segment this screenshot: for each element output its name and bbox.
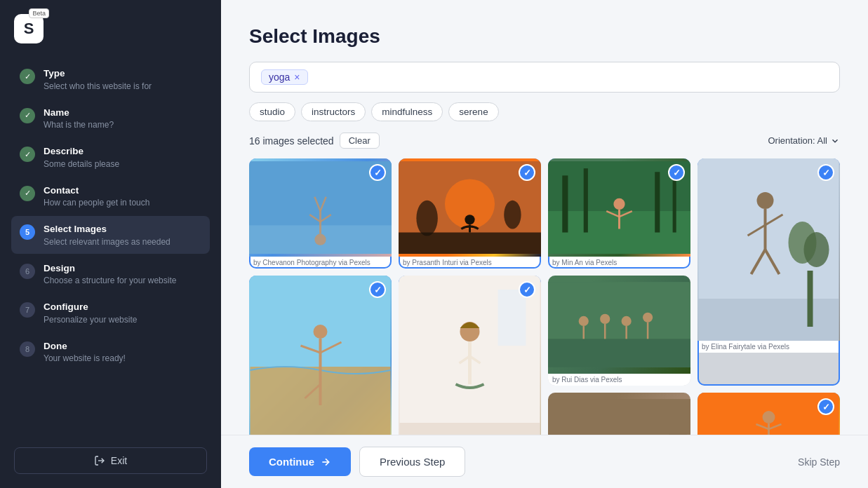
image-card[interactable]: by Elina Fairytale via Pexels ✓ [697, 158, 840, 386]
svg-rect-11 [399, 233, 541, 254]
sidebar-step-8[interactable]: 8 Done Your website is ready! [11, 333, 210, 371]
page-title: Select Images [249, 25, 840, 48]
skip-step-button[interactable]: Skip Step [798, 456, 840, 468]
arrow-right-icon [320, 456, 331, 468]
step-subtitle-2: What is the name? [44, 120, 114, 130]
content-area: Select Images yoga × studioinstructorsmi… [221, 0, 868, 435]
selected-badge: ✓ [668, 164, 685, 181]
image-credit: by Elina Fairytale via Pexels [697, 341, 840, 353]
image-credit: by Min An via Pexels [548, 257, 690, 269]
sidebar-step-7[interactable]: 7 Configure Personalize your website [11, 294, 210, 332]
logo-area: S Beta [0, 14, 221, 60]
previous-step-button[interactable]: Previous Step [359, 447, 465, 477]
step-icon-7: 7 [20, 302, 35, 318]
svg-rect-28 [808, 271, 813, 327]
image-card[interactable]: by Prasanth Inturi via Pexels ✓ [399, 158, 541, 269]
svg-point-54 [579, 316, 589, 326]
step-subtitle-1: Select who this website is for [44, 81, 152, 91]
image-placeholder [697, 393, 840, 435]
svg-point-12 [416, 201, 437, 236]
image-card[interactable]: ✓ [249, 276, 392, 435]
svg-rect-18 [562, 175, 568, 232]
search-bar[interactable]: yoga × [249, 62, 840, 93]
image-card[interactable]: ✓ [697, 393, 840, 435]
image-placeholder [548, 276, 690, 374]
step-title-3: Describe [44, 145, 119, 158]
svg-rect-19 [584, 168, 588, 232]
filter-chip-serene[interactable]: serene [448, 102, 498, 121]
step-text-2: Name What is the name? [44, 107, 114, 130]
sidebar-step-6[interactable]: 6 Design Choose a structure for your web… [11, 255, 210, 293]
svg-point-13 [504, 201, 521, 229]
image-grid: by Chevanon Photography via Pexels ✓ [249, 158, 840, 435]
main-panel: Select Images yoga × studioinstructorsmi… [221, 0, 868, 488]
logo-box: S Beta [14, 14, 44, 43]
steps-nav: ✓ Type Select who this website is for ✓ … [0, 60, 221, 436]
step-icon-1: ✓ [20, 69, 35, 84]
svg-point-30 [804, 232, 829, 267]
image-credit: by Prasanth Inturi via Pexels [399, 257, 541, 269]
step-icon-5: 5 [20, 224, 35, 240]
filter-chips: studioinstructorsmindfulnessserene [249, 102, 840, 121]
step-subtitle-7: Personalize your website [44, 315, 137, 325]
step-title-2: Name [44, 107, 114, 119]
step-text-3: Describe Some details please [44, 145, 119, 169]
image-placeholder [399, 276, 541, 435]
search-tag: yoga × [261, 69, 308, 85]
beta-badge: Beta [29, 8, 49, 18]
sidebar-step-3[interactable]: ✓ Describe Some details please [11, 138, 210, 176]
image-card[interactable]: by Min An via Pexels ✓ [548, 158, 690, 269]
image-placeholder [548, 393, 690, 435]
step-subtitle-3: Some details please [44, 159, 119, 169]
svg-rect-47 [498, 290, 526, 346]
step-subtitle-6: Choose a structure for your website [44, 276, 176, 285]
step-text-7: Configure Personalize your website [44, 301, 137, 325]
sidebar-step-5[interactable]: 5 Select Images Select relevant images a… [11, 216, 210, 254]
step-title-7: Configure [44, 301, 137, 313]
step-text-4: Contact How can people get in touch [44, 184, 149, 208]
clear-button[interactable]: Clear [340, 133, 380, 149]
image-credit: by Chevanon Photography via Pexels [249, 257, 392, 269]
sidebar-footer: Exit [0, 436, 221, 488]
continue-button[interactable]: Continue [249, 447, 351, 476]
orientation-selector[interactable]: Orientation: All [768, 135, 840, 146]
image-card[interactable]: ✓ [399, 276, 541, 435]
exit-button[interactable]: Exit [14, 447, 207, 474]
image-placeholder [249, 276, 392, 435]
footer-bar: Continue Previous Step Skip Step [221, 435, 868, 488]
tag-remove[interactable]: × [294, 72, 300, 83]
svg-point-14 [465, 215, 474, 224]
svg-rect-20 [655, 172, 660, 232]
logo-letter: S [24, 20, 34, 38]
svg-rect-53 [548, 339, 690, 367]
selection-info: 16 images selected Clear [249, 133, 380, 149]
svg-rect-46 [400, 423, 540, 435]
filter-chip-instructors[interactable]: instructors [301, 102, 366, 121]
svg-rect-62 [548, 399, 690, 435]
step-title-1: Type [44, 67, 152, 80]
image-card[interactable]: by Amin Sujan via Pexels [548, 393, 690, 435]
svg-rect-27 [699, 299, 839, 341]
sidebar-step-4[interactable]: ✓ Contact How can people get in touch [11, 177, 210, 215]
sidebar: S Beta ✓ Type Select who this website is… [0, 0, 221, 488]
image-placeholder [697, 158, 840, 341]
sidebar-step-2[interactable]: ✓ Name What is the name? [11, 100, 210, 137]
svg-point-55 [600, 314, 610, 324]
step-title-4: Contact [44, 184, 149, 197]
selected-badge: ✓ [369, 164, 386, 181]
continue-label: Continue [269, 456, 314, 468]
step-title-8: Done [44, 340, 126, 353]
step-icon-2: ✓ [20, 108, 35, 123]
step-subtitle-5: Select relevant images as needed [44, 237, 171, 247]
exit-label: Exit [111, 455, 127, 466]
step-title-5: Select Images [44, 223, 171, 236]
image-card[interactable]: by Rui Dias via Pexels [548, 276, 690, 386]
step-icon-6: 6 [20, 264, 35, 279]
filter-chip-studio[interactable]: studio [249, 102, 295, 121]
step-subtitle-4: How can people get in touch [44, 198, 149, 208]
sidebar-step-1[interactable]: ✓ Type Select who this website is for [11, 60, 210, 98]
filter-chip-mindfulness[interactable]: mindfulness [371, 102, 443, 121]
step-icon-4: ✓ [20, 186, 35, 201]
image-card[interactable]: by Chevanon Photography via Pexels ✓ [249, 158, 392, 269]
step-icon-3: ✓ [20, 147, 35, 162]
